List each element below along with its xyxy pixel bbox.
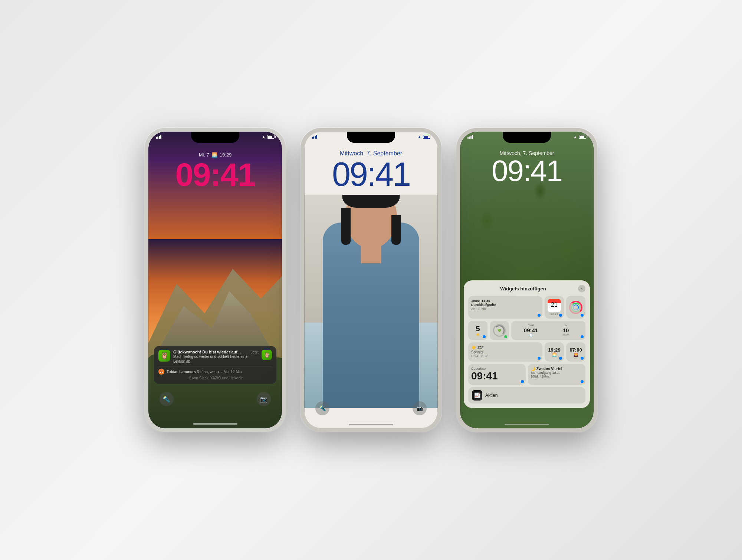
contact-name: Tobias Lammers: [167, 370, 196, 374]
widget-grid-row4: Cupertino 09:41 🌙 Zweites Viertel Mondau…: [468, 364, 585, 385]
bottom-controls: 🔦 📷: [148, 392, 282, 406]
flashlight-button[interactable]: 🔦: [315, 401, 329, 415]
steps-icon: ☀️: [476, 333, 480, 336]
sunrise-widget[interactable]: 07:00 🌄: [566, 342, 585, 362]
contact-avatar: 🦊: [158, 369, 164, 375]
battery-icon: [423, 135, 430, 139]
phone2-screen: ▲ Mittwoch, 7. September 09:41: [304, 132, 438, 428]
signal-bar-3: [470, 136, 472, 139]
moon-rise-time: Mondaufgang 18:...: [531, 371, 582, 375]
battery-icon: [579, 135, 586, 139]
moon-phase-widget[interactable]: 🌙 Zweites Viertel Mondaufgang 18:... 8St…: [528, 364, 585, 385]
widget-grid-row5: 📈 Aktien: [468, 387, 585, 403]
cupertino-time-widget[interactable]: Cupertino 09:41: [468, 364, 526, 385]
wind-widget: W 10 KM/H: [549, 324, 582, 337]
status-icons: ▲: [417, 135, 430, 139]
signal-bar-3: [315, 136, 316, 139]
cup-time: 09:41: [514, 327, 548, 333]
battery-icon: [267, 135, 275, 139]
phone3-notch: [503, 132, 551, 143]
phone1: ▲ Mi. 7 🌅 19:29 09:41 🦉 Glückwunsch! Du …: [145, 128, 286, 432]
widget-grid-row3: ☀️ 21° Sonnig H:24° T:14° 19:29 🌅 07:00 …: [468, 342, 585, 362]
stand-ring: [573, 304, 579, 310]
phone3-time: 09:41: [460, 156, 594, 186]
signal-strength-icon: [156, 135, 161, 139]
notification-container: 🦉 Glückwunsch! Du bist wieder auf... Jet…: [154, 346, 276, 384]
widget-panel-title: Widgets hinzufügen: [468, 286, 578, 291]
sunset-widget[interactable]: 19:29 🌅: [545, 342, 564, 362]
phone2-time: 09:41: [304, 158, 438, 191]
phone2-notch: [347, 132, 395, 143]
calendar-day-number: 21: [548, 302, 561, 308]
wind-unit: KM/H: [549, 333, 582, 336]
portrait-area: [304, 195, 438, 408]
camera-button[interactable]: 📷: [257, 392, 271, 406]
owl-emoji: 🦉: [160, 352, 168, 360]
cup-weather-widget[interactable]: CUP 09:41 🕐 W 10 KM/H: [511, 321, 585, 340]
signal-bar-2: [157, 136, 158, 139]
widget-close-button[interactable]: ×: [578, 285, 585, 292]
duolingo-icon: 🦉: [158, 350, 170, 362]
signal-bar-2: [469, 136, 470, 139]
activity-rings-widget[interactable]: [566, 296, 585, 319]
notification-body: Mach fleißig so weiter und schließ heute…: [173, 354, 259, 364]
person-hair-top: [342, 195, 400, 208]
moon-phase-title: 🌙 Zweites Viertel: [531, 367, 582, 371]
signal-bar-1: [312, 137, 313, 139]
event-location: Art Studio: [471, 307, 539, 311]
sunrise-indicator: [581, 357, 584, 360]
wifi-icon: ▲: [262, 135, 266, 139]
calendar-icon: SEP 21: [548, 299, 561, 312]
widget-grid-row2: 5 ☀️ 💚 CUP 09:41 🕐: [468, 321, 585, 340]
signal-bar-4: [472, 135, 473, 139]
steps-widget[interactable]: 5 ☀️: [468, 321, 487, 340]
phone1-time: 09:41: [148, 158, 282, 191]
notification-title: Glückwunsch! Du bist wieder auf...: [173, 350, 241, 354]
weather-widget[interactable]: ☀️ 21° Sonnig H:24° T:14°: [468, 342, 542, 362]
bottom-controls-p2: 🔦 📷: [304, 401, 438, 415]
flashlight-button[interactable]: 🔦: [160, 392, 174, 406]
week-num2: 24: [555, 312, 558, 316]
calendar-event-widget[interactable]: 10:00–11:30 Durchlaufprobe Art Studio: [468, 296, 542, 319]
event-name: Durchlaufprobe: [471, 303, 539, 307]
phone2: ▲ Mittwoch, 7. September 09:41: [301, 128, 441, 432]
home-indicator-p3: [505, 424, 549, 425]
event-time: 10:00–11:30: [471, 299, 539, 303]
signal-bar-1: [156, 137, 157, 139]
biometric-widget[interactable]: 💚: [490, 321, 509, 340]
calendar-week-numbers: 14 24: [551, 312, 558, 316]
cup-time-widget: CUP 09:41 🕐: [514, 324, 548, 337]
person-hair-left: [341, 208, 351, 245]
activity-ring-display: [569, 301, 582, 314]
flashlight-icon: 🔦: [163, 396, 170, 403]
moon-duration: 8Std. 41Min.: [531, 375, 582, 378]
widget-panel-header: Widgets hinzufügen ×: [468, 285, 585, 292]
clock-icon: 🕐: [514, 333, 548, 337]
contact-time: Vor 12 Min: [224, 370, 242, 374]
phone3: ▲ Mittwoch, 7. September 09:41 Widgets h…: [456, 128, 597, 432]
chart-icon: 📈: [474, 392, 480, 398]
contact-notification: Tobias Lammers Ruf an, wenn...: [167, 370, 222, 374]
stocks-widget[interactable]: 📈 Aktien: [468, 387, 585, 403]
camera-button[interactable]: 📷: [413, 401, 427, 415]
week-num1: 14: [551, 312, 554, 316]
notification-time: Jetzt: [251, 350, 259, 354]
weather-condition: Sonnig: [471, 350, 539, 354]
widget-panel: Widgets hinzufügen × 10:00–11:30 Durchla…: [464, 280, 590, 408]
signal-strength-icon: [312, 135, 317, 139]
weather-indicator: [538, 357, 541, 360]
camera-icon: 📷: [260, 396, 267, 403]
home-indicator-p2: [349, 424, 393, 425]
notification-row3: +6 von Slack, YAZIO und LinkedIn: [158, 375, 272, 380]
camera-icon: 📷: [417, 405, 423, 411]
calendar-day-indicator: [559, 314, 562, 317]
biometric-ring-fill: [494, 325, 505, 336]
cupertino-indicator: [521, 380, 524, 383]
weather-temp: ☀️ 21°: [471, 345, 539, 350]
wind-label: W: [549, 324, 582, 327]
phone3-screen: ▲ Mittwoch, 7. September 09:41 Widgets h…: [460, 132, 594, 428]
stocks-label: Aktien: [485, 393, 498, 398]
contact-action: Ruf an, wenn...: [197, 370, 222, 374]
signal-strength-icon: [467, 135, 473, 139]
calendar-day-widget[interactable]: SEP 21 14 24: [545, 296, 564, 319]
